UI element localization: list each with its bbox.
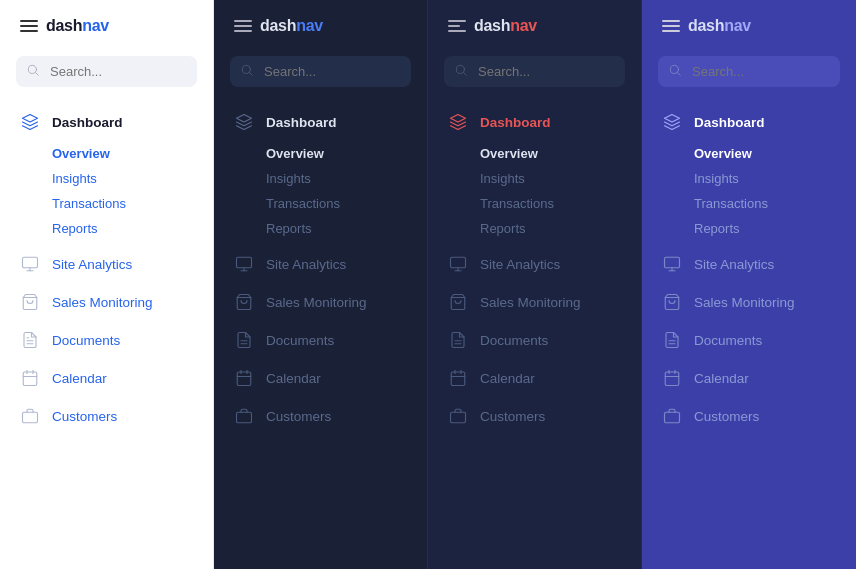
dashboard-icon-4 [662,112,682,132]
nav-documents-3[interactable]: Documents [428,321,641,359]
sub-nav-1: Overview Insights Transactions Reports [0,141,213,241]
monitor-icon-1 [20,254,40,274]
search-icon-1 [26,63,40,81]
nav-section-3: Dashboard Overview Insights Transactions… [428,99,641,569]
sub-nav-reports-2[interactable]: Reports [266,216,427,241]
sub-nav-overview-2[interactable]: Overview [266,141,427,166]
svg-rect-8 [23,372,37,386]
calendar-label-2: Calendar [266,371,321,386]
nav-documents-1[interactable]: Documents [0,321,213,359]
svg-point-0 [28,65,36,73]
nav-customers-3[interactable]: Customers [428,397,641,435]
nav-site-analytics-2[interactable]: Site Analytics [214,245,427,283]
sales-label-3: Sales Monitoring [480,295,581,310]
search-container-4 [658,56,840,87]
monitor-icon-2 [234,254,254,274]
site-analytics-label-4: Site Analytics [694,257,774,272]
sub-nav-transactions-1[interactable]: Transactions [52,191,213,216]
svg-point-13 [242,65,250,73]
sales-label-1: Sales Monitoring [52,295,153,310]
nav-site-analytics-4[interactable]: Site Analytics [642,245,856,283]
sub-nav-insights-2[interactable]: Insights [266,166,427,191]
sub-nav-insights-1[interactable]: Insights [52,166,213,191]
shopping-bag-icon-2 [234,292,254,312]
search-input-4[interactable] [658,56,840,87]
sub-nav-reports-1[interactable]: Reports [52,216,213,241]
customers-icon-2 [234,406,254,426]
search-container-2 [230,56,411,87]
calendar-icon-2 [234,368,254,388]
sub-nav-transactions-2[interactable]: Transactions [266,191,427,216]
svg-line-14 [250,72,253,75]
sub-nav-transactions-4[interactable]: Transactions [694,191,856,216]
svg-line-1 [36,72,39,75]
dashboard-header-3[interactable]: Dashboard [428,103,641,141]
dashboard-header-1[interactable]: Dashboard [0,103,213,141]
sales-label-4: Sales Monitoring [694,295,795,310]
hamburger-icon-3[interactable] [448,20,466,32]
logo-2: dashnav [260,17,323,35]
nav-calendar-2[interactable]: Calendar [214,359,427,397]
documents-label-3: Documents [480,333,548,348]
search-input-2[interactable] [230,56,411,87]
nav-sales-1[interactable]: Sales Monitoring [0,283,213,321]
logo-light: dashnav [46,17,109,35]
dashboard-section-4: Dashboard Overview Insights Transactions… [642,103,856,241]
hamburger-icon-4[interactable] [662,20,680,32]
nav-documents-2[interactable]: Documents [214,321,427,359]
sub-nav-3: Overview Insights Transactions Reports [428,141,641,241]
sub-nav-overview-1[interactable]: Overview [52,141,213,166]
file-icon-1 [20,330,40,350]
search-input-3[interactable] [444,56,625,87]
sub-nav-insights-4[interactable]: Insights [694,166,856,191]
calendar-label-3: Calendar [480,371,535,386]
file-icon-4 [662,330,682,350]
svg-rect-28 [451,257,466,268]
nav-calendar-4[interactable]: Calendar [642,359,856,397]
sub-nav-reports-3[interactable]: Reports [480,216,641,241]
documents-label-2: Documents [266,333,334,348]
file-icon-2 [234,330,254,350]
sub-nav-transactions-3[interactable]: Transactions [480,191,641,216]
nav-calendar-1[interactable]: Calendar [0,359,213,397]
svg-rect-15 [237,257,252,268]
logo-3: dashnav [474,17,537,35]
nav-sales-2[interactable]: Sales Monitoring [214,283,427,321]
nav-sales-3[interactable]: Sales Monitoring [428,283,641,321]
sub-nav-overview-3[interactable]: Overview [480,141,641,166]
svg-rect-2 [23,257,38,268]
customers-label-1: Customers [52,409,117,424]
sub-nav-reports-4[interactable]: Reports [694,216,856,241]
file-icon-3 [448,330,468,350]
dashboard-section-1: Dashboard Overview Insights Transactions… [0,103,213,241]
calendar-icon-1 [20,368,40,388]
dashboard-icon-2 [234,112,254,132]
panel-purple: dashnav Dashboard Overview Insights Tran… [642,0,856,569]
nav-site-analytics-3[interactable]: Site Analytics [428,245,641,283]
dashboard-label-1: Dashboard [52,115,123,130]
nav-sales-4[interactable]: Sales Monitoring [642,283,856,321]
svg-rect-41 [665,257,680,268]
logo-4: dashnav [688,17,751,35]
nav-customers-2[interactable]: Customers [214,397,427,435]
calendar-icon-4 [662,368,682,388]
nav-site-analytics-1[interactable]: Site Analytics [0,245,213,283]
shopping-bag-icon-3 [448,292,468,312]
hamburger-icon-2[interactable] [234,20,252,32]
nav-customers-4[interactable]: Customers [642,397,856,435]
svg-rect-34 [451,372,465,386]
shopping-bag-icon-4 [662,292,682,312]
nav-documents-4[interactable]: Documents [642,321,856,359]
nav-customers-1[interactable]: Customers [0,397,213,435]
panel-dark-blue: dashnav Dashboard Overview Insights Tran… [214,0,428,569]
sub-nav-overview-4[interactable]: Overview [694,141,856,166]
dashboard-header-2[interactable]: Dashboard [214,103,427,141]
dashboard-header-4[interactable]: Dashboard [642,103,856,141]
calendar-label-1: Calendar [52,371,107,386]
hamburger-icon[interactable] [20,20,38,32]
header-light: dashnav [0,0,213,52]
sub-nav-insights-3[interactable]: Insights [480,166,641,191]
dashboard-icon-1 [20,112,40,132]
search-input-1[interactable] [16,56,197,87]
nav-calendar-3[interactable]: Calendar [428,359,641,397]
